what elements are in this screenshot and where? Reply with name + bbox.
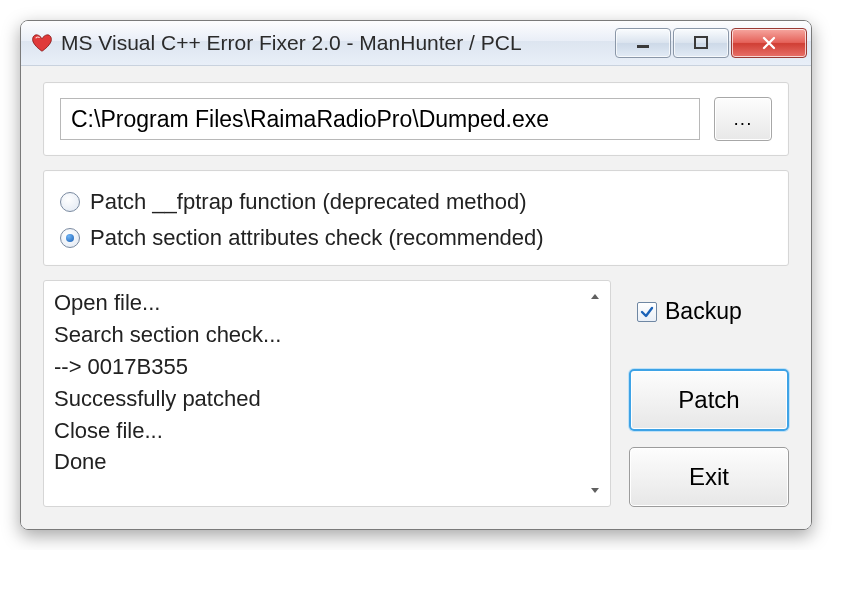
radio-section-check[interactable]: Patch section attributes check (recommen…: [60, 225, 772, 251]
exit-button[interactable]: Exit: [629, 447, 789, 507]
side-column: Backup Patch Exit: [629, 280, 789, 507]
radio-fptrap[interactable]: Patch __fptrap function (deprecated meth…: [60, 189, 772, 215]
checkbox-icon: [637, 302, 657, 322]
log-output: Open file... Search section check... -->…: [54, 287, 584, 500]
scroll-up-icon[interactable]: [585, 287, 605, 307]
file-group: ...: [43, 82, 789, 156]
file-path-input[interactable]: [60, 98, 700, 140]
svg-rect-1: [695, 37, 707, 48]
log-panel: Open file... Search section check... -->…: [43, 280, 611, 507]
minimize-button[interactable]: [615, 28, 671, 58]
titlebar: MS Visual C++ Error Fixer 2.0 - ManHunte…: [21, 21, 811, 66]
radio-label: Patch __fptrap function (deprecated meth…: [90, 189, 527, 215]
scroll-down-icon[interactable]: [585, 480, 605, 500]
backup-checkbox[interactable]: Backup: [637, 298, 789, 325]
radio-icon: [60, 192, 80, 212]
svg-rect-0: [637, 45, 649, 48]
window-title: MS Visual C++ Error Fixer 2.0 - ManHunte…: [61, 31, 615, 55]
maximize-button[interactable]: [673, 28, 729, 58]
backup-label: Backup: [665, 298, 742, 325]
patch-button[interactable]: Patch: [629, 369, 789, 431]
window-controls: [615, 28, 807, 58]
radio-icon: [60, 228, 80, 248]
browse-button[interactable]: ...: [714, 97, 772, 141]
radio-label: Patch section attributes check (recommen…: [90, 225, 544, 251]
app-window: MS Visual C++ Error Fixer 2.0 - ManHunte…: [20, 20, 812, 530]
client-area: ... Patch __fptrap function (deprecated …: [21, 66, 811, 529]
heart-icon: [31, 32, 53, 54]
log-scrollbar[interactable]: [584, 287, 606, 500]
method-group: Patch __fptrap function (deprecated meth…: [43, 170, 789, 266]
bottom-row: Open file... Search section check... -->…: [43, 280, 789, 507]
close-button[interactable]: [731, 28, 807, 58]
